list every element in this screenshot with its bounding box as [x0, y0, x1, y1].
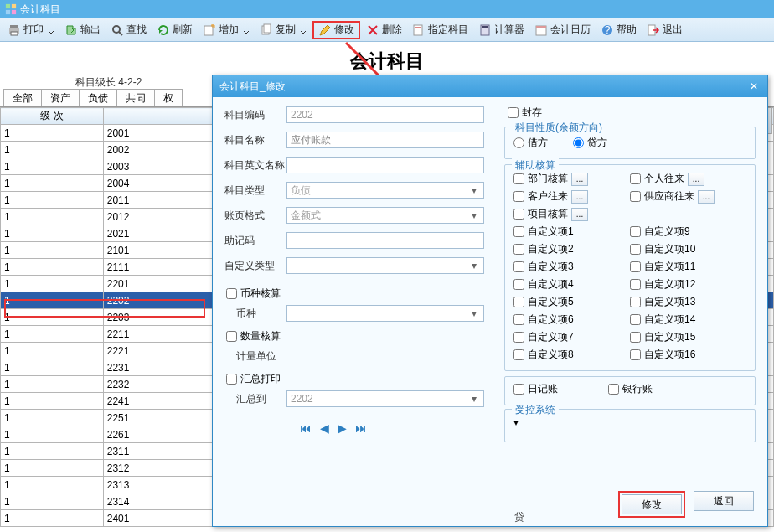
- chk-c15[interactable]: [630, 332, 641, 343]
- tab-4[interactable]: 权: [154, 89, 183, 107]
- chk-currency[interactable]: [226, 288, 237, 299]
- refresh-button[interactable]: 刷新: [152, 21, 197, 39]
- svg-rect-0: [6, 4, 10, 8]
- combo-sum[interactable]: 2202▾: [286, 390, 484, 407]
- chk-c8[interactable]: [513, 349, 524, 360]
- cancel-button[interactable]: 返回: [694, 491, 754, 511]
- chk-cust[interactable]: [513, 191, 524, 202]
- chk-sealed[interactable]: [508, 107, 519, 118]
- col-level[interactable]: 级 次: [1, 108, 104, 125]
- chk-c14[interactable]: [630, 314, 641, 325]
- svg-rect-11: [264, 24, 271, 33]
- x-icon: [366, 23, 379, 37]
- radio-credit[interactable]: 贷方: [573, 136, 607, 150]
- tab-1[interactable]: 资产: [41, 89, 80, 107]
- flag-icon: [412, 23, 426, 37]
- print-button[interactable]: 打印: [3, 21, 59, 39]
- close-icon[interactable]: ✕: [747, 80, 761, 93]
- svg-rect-6: [11, 32, 18, 35]
- input-qty[interactable]: [286, 348, 484, 364]
- chk-c7[interactable]: [513, 332, 524, 343]
- copy-button[interactable]: 复制: [255, 21, 311, 39]
- nav-last-icon[interactable]: ⏭: [355, 421, 367, 435]
- dots-button[interactable]: ...: [688, 173, 704, 186]
- combo-format[interactable]: 金额式▾: [286, 207, 484, 224]
- ok-button[interactable]: 修改: [622, 494, 682, 514]
- edit-button[interactable]: 修改: [312, 21, 360, 39]
- label-sealed: 封存: [522, 106, 542, 120]
- chk-c16[interactable]: [630, 349, 641, 360]
- chevron-down-icon: [243, 27, 250, 34]
- label-name: 科目名称: [224, 133, 286, 147]
- input-code[interactable]: [286, 106, 484, 123]
- chk-c1[interactable]: [513, 226, 524, 237]
- input-ename[interactable]: [286, 157, 484, 173]
- combo-ctrl[interactable]: ▾: [513, 416, 746, 433]
- chk-supplier[interactable]: [630, 191, 641, 202]
- svg-point-7: [113, 26, 120, 33]
- tab-0[interactable]: 全部: [3, 89, 42, 107]
- chk-dept[interactable]: [513, 173, 524, 184]
- chk-c11[interactable]: [630, 261, 641, 272]
- legend-ctrl: 受控系统: [512, 403, 559, 417]
- label-sum: 汇总到: [224, 392, 286, 406]
- nav-prev-icon[interactable]: ◀: [320, 421, 329, 435]
- dots-button[interactable]: ...: [571, 173, 588, 186]
- chk-c3[interactable]: [513, 261, 524, 272]
- label-mnemonic: 助记码: [224, 234, 286, 248]
- dots-button[interactable]: ...: [698, 190, 715, 204]
- chk-c12[interactable]: [630, 279, 641, 290]
- chk-proj[interactable]: [513, 209, 524, 220]
- search-icon: [111, 23, 124, 37]
- chk-journal[interactable]: 日记账: [513, 382, 558, 396]
- calc-button[interactable]: 计算器: [474, 21, 529, 39]
- combo-type[interactable]: 负债▾: [286, 182, 484, 199]
- nav-next-icon[interactable]: ▶: [338, 421, 347, 435]
- svg-rect-13: [415, 27, 421, 28]
- input-name[interactable]: [286, 132, 484, 148]
- legend-nature: 科目性质(余额方向): [512, 121, 606, 135]
- chevron-down-icon: ▾: [468, 307, 480, 319]
- chk-qty[interactable]: [226, 331, 237, 342]
- chevron-down-icon: ▾: [468, 184, 480, 196]
- output-button[interactable]: 输出: [60, 21, 105, 39]
- tab-3[interactable]: 共同: [116, 89, 155, 107]
- tab-2[interactable]: 负债: [79, 89, 117, 107]
- assign-button[interactable]: 指定科目: [408, 21, 472, 39]
- chk-person[interactable]: [630, 173, 641, 184]
- chk-c13[interactable]: [630, 297, 641, 307]
- svg-rect-3: [12, 10, 16, 14]
- radio-debit[interactable]: 借方: [513, 136, 548, 150]
- chk-c6[interactable]: [513, 314, 524, 325]
- nav-first-icon[interactable]: ⏮: [300, 421, 312, 435]
- level-length: 科目级长 4-2-2: [75, 75, 142, 90]
- chk-c4[interactable]: [513, 279, 524, 290]
- search-button[interactable]: 查找: [106, 21, 151, 39]
- chk-sum[interactable]: [226, 374, 237, 385]
- label-format: 账页格式: [224, 209, 286, 223]
- chk-c9[interactable]: [630, 226, 641, 237]
- chevron-down-icon: ▾: [468, 393, 480, 405]
- label-sum-chk: 汇总打印: [240, 372, 281, 386]
- chk-c2[interactable]: [513, 244, 524, 255]
- svg-line-8: [119, 32, 122, 35]
- delete-button[interactable]: 删除: [362, 21, 406, 39]
- dots-button[interactable]: ...: [571, 208, 588, 221]
- svg-rect-12: [414, 25, 422, 35]
- add-button[interactable]: 增加: [199, 21, 254, 39]
- plus-icon: [203, 23, 216, 37]
- input-mnemonic[interactable]: [286, 232, 484, 249]
- calendar-button[interactable]: 会计日历: [530, 21, 595, 39]
- help-button[interactable]: ?帮助: [596, 21, 641, 39]
- col-credit-peek: 贷: [514, 510, 524, 524]
- chk-c5[interactable]: [513, 297, 524, 307]
- combo-currency[interactable]: ▾: [286, 305, 484, 322]
- chk-c10[interactable]: [630, 244, 641, 255]
- dots-button[interactable]: ...: [571, 190, 588, 204]
- exit-button[interactable]: 退出: [642, 21, 687, 39]
- chk-bank[interactable]: 银行账: [608, 382, 653, 396]
- label-custom: 自定义类型: [224, 259, 286, 273]
- chevron-down-icon: [48, 27, 54, 34]
- combo-custom[interactable]: ▾: [286, 257, 484, 274]
- svg-rect-1: [12, 4, 16, 8]
